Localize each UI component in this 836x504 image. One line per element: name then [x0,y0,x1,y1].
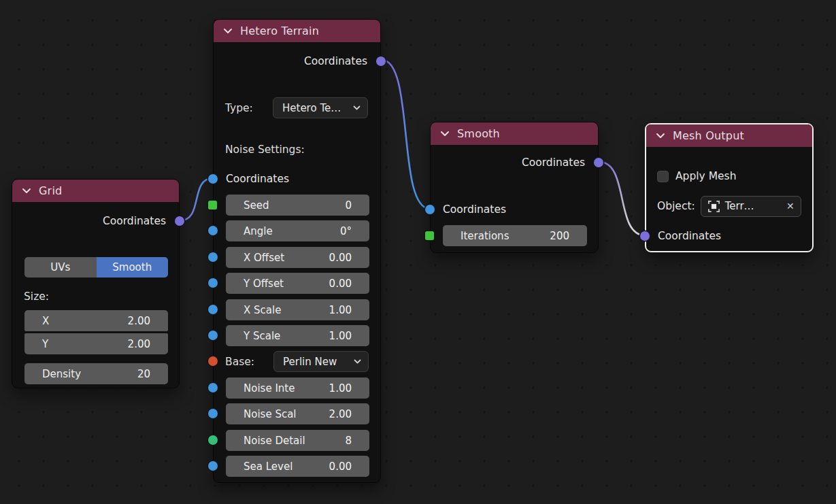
field-label: X Scale [244,304,281,316]
socket-coordinates-input[interactable] [208,174,218,184]
field-value: 1.00 [329,382,352,394]
base-dropdown[interactable]: Perlin New [273,351,369,372]
field-value: 200 [550,230,569,242]
output-row: Coordinates [522,154,585,171]
field-label: Noise Scal [244,408,297,420]
field-y-offset[interactable]: Y Offset 0.00 [226,273,369,294]
size-section-label: Size: [24,288,49,305]
base-dropdown-value: Perlin New [283,356,337,368]
node-mesh-output-header[interactable]: Mesh Output [646,124,812,147]
socket-x-scale-input[interactable] [208,305,218,314]
field-value: 2.00 [128,315,150,327]
socket-sea-level-input[interactable] [208,461,218,471]
socket-y-scale-input[interactable] [208,331,218,340]
collapse-chevron-icon[interactable] [22,188,31,194]
field-value: 0.00 [329,278,352,290]
field-label: Y [42,338,48,350]
node-hetero-terrain[interactable]: Hetero Terrain Coordinates Type: Hetero … [213,19,381,483]
field-value: 8 [345,435,352,447]
socket-angle-input[interactable] [208,226,218,235]
field-y-scale[interactable]: Y Scale 1.00 [226,325,369,346]
field-x[interactable]: X 2.00 [24,310,168,331]
field-label: Seed [244,199,269,212]
field-noise-scale[interactable]: Noise Scal 2.00 [226,403,369,424]
node-mesh-output[interactable]: Mesh Output Apply Mesh Object: Terr… ✕ C… [645,123,814,252]
input-label: Coordinates [226,173,289,185]
node-title: Hetero Terrain [240,24,319,37]
type-label: Type: [225,100,253,116]
input-row-coordinates: Coordinates [658,228,721,244]
collapse-chevron-icon[interactable] [440,131,450,137]
output-row: Coordinates [103,213,166,229]
node-title: Grid [39,184,62,197]
type-dropdown[interactable]: Hetero Te… [273,97,368,118]
socket-coordinates-output[interactable] [376,56,386,66]
field-x-offset[interactable]: X Offset 0.00 [226,247,369,268]
field-x-scale[interactable]: X Scale 1.00 [226,299,369,320]
socket-base-input[interactable] [208,356,218,366]
uvs-button[interactable]: UVs [24,257,97,278]
node-title: Mesh Output [673,129,744,142]
wire-heteroterrain-to-smooth[interactable] [382,60,430,209]
type-dropdown-value: Hetero Te… [282,102,341,114]
apply-mesh-row: Apply Mesh [657,167,737,185]
socket-y-offset-input[interactable] [208,278,218,288]
mesh-object-icon [707,200,720,213]
field-angle[interactable]: Angle 0° [226,220,369,241]
field-value: 0.00 [329,252,352,264]
socket-coordinates-input[interactable] [640,231,650,241]
field-label: Iterations [461,230,509,242]
socket-coordinates-input[interactable] [425,205,435,214]
input-row-coordinates: Coordinates [443,201,506,218]
field-label: Noise Inte [244,382,295,394]
socket-x-offset-input[interactable] [208,252,218,262]
field-label: Density [42,368,81,380]
apply-mesh-checkbox[interactable] [657,171,669,182]
object-label: Object: [657,200,695,212]
socket-iterations-input[interactable] [425,231,434,240]
node-grid-header[interactable]: Grid [12,180,179,202]
field-iterations[interactable]: Iterations 200 [443,225,587,246]
object-field[interactable]: Terr… ✕ [701,196,801,217]
field-seed[interactable]: Seed 0 [226,195,369,216]
field-value: 2.00 [329,408,352,420]
socket-coordinates-output[interactable] [594,158,603,167]
field-value: 20 [137,368,150,380]
field-label: Sea Level [244,460,292,473]
chevron-down-icon [354,359,361,364]
field-value: 0 [345,199,352,212]
field-label: X [42,315,49,327]
output-label: Coordinates [304,55,367,67]
field-noise-detail[interactable]: Noise Detail 8 [226,430,369,451]
field-label: Angle [244,225,273,237]
apply-mesh-label: Apply Mesh [675,170,737,182]
collapse-chevron-icon[interactable] [223,28,233,34]
wire-smooth-to-meshoutput[interactable] [599,162,645,235]
input-label: Coordinates [443,203,506,216]
node-grid[interactable]: Grid Coordinates UVs Smooth Size: X 2.00… [12,179,180,388]
collapse-chevron-icon[interactable] [656,133,665,139]
node-editor-background[interactable]: Grid Coordinates UVs Smooth Size: X 2.00… [0,0,836,504]
base-label: Base: [225,354,254,370]
clear-object-icon[interactable]: ✕ [786,201,795,212]
socket-noise-detail-input[interactable] [208,435,218,445]
field-label: Y Offset [244,278,284,290]
wire-grid-to-heteroterrain[interactable] [180,178,213,220]
field-y[interactable]: Y 2.00 [24,333,168,354]
node-hetero-terrain-header[interactable]: Hetero Terrain [214,20,380,42]
smooth-button[interactable]: Smooth [97,257,169,278]
output-label: Coordinates [522,156,585,169]
field-density[interactable]: Density 20 [24,363,168,384]
field-sea-level[interactable]: Sea Level 0.00 [226,456,369,477]
node-title: Smooth [457,127,500,140]
field-value: 0.00 [329,460,352,473]
output-row: Coordinates [304,53,367,69]
socket-noise-intensity-input[interactable] [208,383,218,392]
socket-coordinates-output[interactable] [175,216,184,226]
node-smooth[interactable]: Smooth Coordinates Coordinates Iteration… [430,122,599,253]
socket-noise-scale-input[interactable] [208,409,218,418]
node-smooth-header[interactable]: Smooth [431,122,598,145]
field-noise-intensity[interactable]: Noise Inte 1.00 [226,377,369,399]
mode-toggle: UVs Smooth [24,257,168,278]
socket-seed-input[interactable] [208,201,217,209]
